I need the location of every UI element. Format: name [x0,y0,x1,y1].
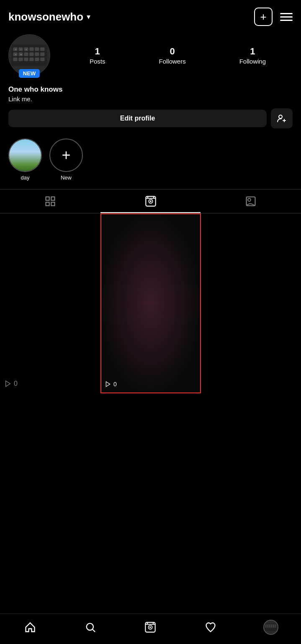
svg-point-36 [153,197,154,198]
svg-rect-9 [24,52,28,56]
svg-rect-52 [265,624,267,626]
svg-rect-56 [273,624,275,626]
svg-rect-59 [267,626,269,628]
svg-text:M: M [20,54,22,56]
svg-rect-5 [35,47,39,51]
nav-keyboard-svg [265,623,277,631]
username-text: knowsonewho [8,10,83,23]
play-icon-left [4,380,12,387]
menu-line [280,13,293,14]
play-icon-right [105,381,111,387]
right-play-count: 0 [105,381,117,387]
story-item-new[interactable]: + New [49,139,83,181]
nav-avatar [263,620,278,635]
svg-rect-10 [29,52,33,56]
keyboard-svg: H J K N M [11,37,47,73]
add-friend-button[interactable] [271,108,293,128]
content-area: 0 0 [0,213,301,393]
svg-rect-53 [267,624,269,626]
left-video-cell[interactable]: 0 [0,213,100,393]
profile-section: H J K N M NEW 1 Posts 0 Followers [0,30,301,76]
menu-line [280,20,293,21]
svg-point-48 [147,623,148,624]
add-story-circle: + [49,139,83,172]
profile-top: H J K N M NEW 1 Posts 0 Followers [8,34,293,76]
svg-rect-63 [275,626,276,628]
svg-rect-62 [273,626,275,628]
svg-marker-40 [6,381,10,387]
right-play-number: 0 [113,381,117,387]
nav-search[interactable] [80,619,101,636]
svg-rect-11 [35,52,39,56]
tab-tagged[interactable] [201,190,301,213]
svg-rect-17 [35,57,39,61]
avatar-wrapper: H J K N M NEW [8,34,50,76]
add-content-button[interactable]: + [254,8,273,26]
search-icon [85,621,96,633]
add-story-plus-icon: + [62,148,70,163]
svg-rect-61 [271,626,273,628]
nav-profile[interactable] [260,619,282,636]
nav-home[interactable] [19,619,41,636]
add-person-icon [277,113,287,123]
tab-bar [0,189,301,213]
posts-label: Posts [90,58,105,65]
plus-icon: + [260,11,266,22]
tab-grid[interactable] [0,190,100,213]
svg-point-35 [147,197,148,198]
reels-icon [145,195,157,207]
posts-stat[interactable]: 1 Posts [90,46,105,65]
reels-nav-icon [144,621,156,633]
svg-rect-30 [51,202,54,205]
svg-rect-6 [40,47,44,51]
chevron-down-icon[interactable]: ▾ [87,12,90,21]
stories-section: day + New [0,134,301,189]
svg-rect-18 [40,57,44,61]
followers-stat[interactable]: 0 Followers [159,46,185,65]
nav-avatar-keyboard [264,621,278,634]
svg-rect-60 [269,626,271,628]
header: knowsonewho ▾ + [0,0,301,30]
story-label-day: day [21,174,30,181]
bottom-nav [0,613,301,644]
svg-rect-58 [265,626,267,628]
svg-marker-50 [150,626,152,629]
following-stat[interactable]: 1 Following [239,46,266,65]
svg-point-39 [248,198,251,201]
svg-rect-16 [29,57,33,61]
svg-rect-4 [29,47,33,51]
story-item-day[interactable]: day [8,139,42,181]
posts-count: 1 [95,46,100,57]
svg-point-24 [279,115,282,118]
svg-text:H: H [15,49,16,51]
following-count: 1 [250,46,255,57]
svg-point-49 [153,623,154,624]
svg-marker-41 [106,382,110,387]
svg-rect-12 [40,52,44,56]
bio-text: Link me. [8,95,293,103]
svg-line-43 [93,629,95,631]
nav-reels[interactable] [139,619,161,636]
menu-button[interactable] [280,13,293,21]
action-buttons: Edit profile [0,103,301,134]
edit-profile-button[interactable]: Edit profile [8,110,267,127]
followers-label: Followers [159,58,185,65]
story-sky-image [9,139,41,171]
svg-rect-29 [46,202,49,205]
svg-rect-28 [51,197,54,200]
story-circle-day [8,139,42,172]
header-left: knowsonewho ▾ [8,10,90,23]
header-right: + [254,8,293,26]
svg-marker-37 [150,200,152,203]
display-name: One who knows [8,85,293,94]
grid-icon [44,195,56,207]
video-selection-border [100,213,201,393]
nav-activity[interactable] [200,619,221,636]
svg-rect-54 [269,624,271,626]
tab-reels[interactable] [100,190,201,213]
right-video-cell[interactable]: 0 [100,213,201,393]
new-badge: NEW [19,69,40,78]
svg-rect-27 [46,197,49,200]
menu-line [280,16,293,18]
story-label-new: New [61,174,72,181]
